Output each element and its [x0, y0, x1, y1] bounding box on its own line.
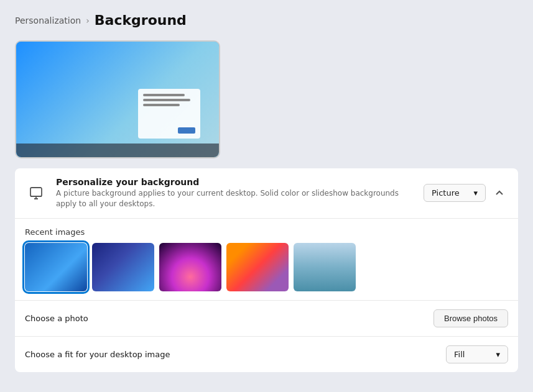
- settings-card: Personalize your background A picture ba…: [15, 168, 518, 372]
- card-title: Personalize your background: [56, 177, 415, 187]
- page-title: Background: [95, 12, 187, 28]
- desktop-preview-container: [15, 40, 220, 158]
- card-action: Picture ▾: [424, 184, 508, 202]
- fit-dropdown-value: Fill: [454, 350, 465, 359]
- breadcrumb-separator: ›: [86, 16, 90, 25]
- preview-taskbar: [16, 144, 219, 157]
- preview-window-button-bar: [143, 127, 195, 134]
- desktop-preview: [16, 42, 219, 157]
- preview-window-line: [143, 94, 185, 96]
- image-thumb-2[interactable]: [92, 243, 154, 291]
- breadcrumb: Personalization › Background: [15, 12, 518, 28]
- fit-label: Choose a fit for your desktop image: [25, 350, 170, 359]
- recent-images-section: Recent images: [15, 219, 518, 301]
- dropdown-value: Picture: [432, 188, 460, 198]
- card-title-area: Personalize your background A picture ba…: [56, 177, 415, 209]
- background-type-dropdown[interactable]: Picture ▾: [424, 184, 486, 202]
- browse-photos-button[interactable]: Browse photos: [433, 309, 508, 327]
- image-thumb-4[interactable]: [226, 243, 289, 291]
- image-thumb-3[interactable]: [159, 243, 221, 291]
- preview-window: [138, 89, 200, 139]
- chevron-down-icon: ▾: [473, 188, 478, 198]
- choose-photo-row: Choose a photo Browse photos: [15, 301, 518, 336]
- collapse-button[interactable]: [491, 185, 508, 202]
- image-thumb-5[interactable]: [294, 243, 356, 291]
- fit-dropdown[interactable]: Fill ▾: [446, 345, 508, 363]
- card-subtitle: A picture background applies to your cur…: [56, 188, 415, 209]
- image-thumb-1[interactable]: [25, 243, 87, 291]
- recent-images-label: Recent images: [25, 227, 508, 237]
- card-header: Personalize your background A picture ba…: [15, 168, 518, 219]
- breadcrumb-parent[interactable]: Personalization: [15, 16, 81, 25]
- choose-photo-label: Choose a photo: [25, 314, 88, 323]
- preview-window-button: [178, 127, 195, 134]
- svg-rect-0: [30, 188, 42, 196]
- preview-window-line: [143, 104, 180, 106]
- personalize-icon: [25, 182, 47, 204]
- preview-window-line: [143, 99, 190, 101]
- images-grid: [25, 243, 508, 291]
- fit-row: Choose a fit for your desktop image Fill…: [15, 336, 518, 372]
- chevron-down-icon: ▾: [496, 350, 500, 359]
- page-container: Personalization › Background: [0, 0, 533, 385]
